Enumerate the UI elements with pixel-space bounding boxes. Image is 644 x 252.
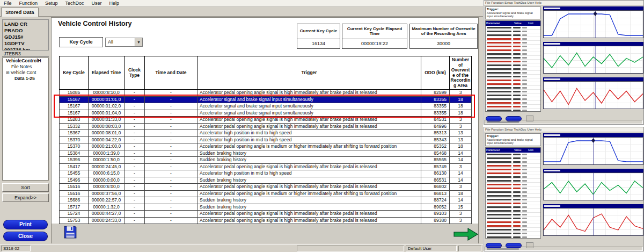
status-spacer <box>458 246 481 251</box>
parameter-row[interactable] <box>486 205 540 209</box>
next-page-button[interactable] <box>453 227 479 241</box>
table-row[interactable]: 1575300000:24:33,0--Accelerator pedal op… <box>60 217 472 224</box>
tree-item[interactable]: ⊞Vehicle Cont <box>3 70 48 76</box>
history-table: Key CycleElapsed TimeClock TypeTime and … <box>59 56 472 224</box>
parameter-row[interactable] <box>486 235 540 239</box>
parameter-table: Parameter Value Unit <box>485 20 541 112</box>
table-row[interactable]: 1568600000:22:57,0--Sudden braking histo… <box>60 197 472 204</box>
table-row[interactable]: 1545500000:6:15,0--Accelerator high posi… <box>60 170 472 177</box>
parameter-row[interactable] <box>486 153 540 156</box>
parameter-row[interactable] <box>486 175 540 179</box>
parameter-row[interactable] <box>486 26 540 30</box>
table-row[interactable]: 1533200000:08:03,0--Accelerator pedal op… <box>60 123 472 130</box>
table-row[interactable]: 1528300000:01:33,0--Accelerator pedal op… <box>60 117 472 124</box>
menu-item-file[interactable]: File <box>0 0 16 6</box>
parameter-row[interactable] <box>486 213 540 217</box>
parameter-row[interactable] <box>486 171 540 175</box>
tab-row: Stored Data <box>0 7 483 17</box>
parameter-row[interactable] <box>486 183 540 186</box>
tree-item[interactable]: VehicleControlH <box>3 58 48 64</box>
parameter-rows <box>486 26 540 112</box>
table-row[interactable]: 1516700000:01:01,0--Accelerator signal a… <box>60 96 472 103</box>
expand-button[interactable]: Expand>> <box>2 193 49 202</box>
table-row[interactable]: 1536700000:08:01,0--Accelerator high pos… <box>60 130 472 137</box>
parameter-row[interactable] <box>486 71 540 75</box>
engine-code: 1GDFTV <box>4 40 47 47</box>
parameter-row[interactable] <box>486 224 540 228</box>
trigger-info: Trigger: Accelerator signal and brake si… <box>485 133 541 146</box>
parameter-row[interactable] <box>486 194 540 198</box>
parameter-row[interactable] <box>486 45 540 48</box>
tree-item[interactable]: Data 1-25 <box>3 76 48 82</box>
menu-item-function[interactable]: Function <box>16 0 42 6</box>
column-header: Clock Type <box>125 56 145 90</box>
parameter-row[interactable] <box>486 41 540 45</box>
table-row[interactable]: 1551600000:37:56,0--Accelerator pedal op… <box>60 190 472 197</box>
parameter-row[interactable] <box>486 86 540 90</box>
parameter-row[interactable] <box>486 33 540 37</box>
table-row[interactable]: 1549600000:0:00,0--Sudden braking histor… <box>60 177 472 184</box>
param-col-label: Unit <box>528 21 539 26</box>
table-row[interactable]: 1516700000:01:02,0--Accelerator signal a… <box>60 103 472 110</box>
parameter-row[interactable] <box>486 52 540 56</box>
menu-item-setup[interactable]: Setup <box>41 0 62 6</box>
parameter-row[interactable] <box>486 190 540 194</box>
parameter-row[interactable] <box>486 56 540 60</box>
parameter-row[interactable] <box>486 220 540 224</box>
parameter-row[interactable] <box>486 75 540 78</box>
table-row[interactable]: 1537000000:21:00,0--Accelerator pedal op… <box>60 143 472 150</box>
print-button[interactable]: Print <box>3 220 48 229</box>
parameter-row[interactable] <box>486 164 540 168</box>
parameter-row[interactable] <box>486 101 540 105</box>
parameter-rows <box>486 153 540 239</box>
parameter-row[interactable] <box>486 60 540 63</box>
parameter-row[interactable] <box>486 232 540 235</box>
status-code: S319-02 <box>1 246 31 251</box>
parameter-row[interactable] <box>486 179 540 183</box>
parameter-row[interactable] <box>486 198 540 201</box>
table-row[interactable]: 1516700000:01:04,0--Accelerator signal a… <box>60 110 472 117</box>
expand-icon[interactable]: ⊞ <box>6 70 10 76</box>
table-row[interactable]: 1539600000:1:50,0--Sudden braking histor… <box>60 157 472 164</box>
table-row[interactable]: 1508500000:8:10,0--Accelerator pedal ope… <box>60 90 472 97</box>
param-col-label: Parameter <box>486 21 514 26</box>
parameter-row[interactable] <box>486 97 540 101</box>
parameter-row[interactable] <box>486 156 540 160</box>
parameter-row[interactable] <box>486 90 540 93</box>
parameter-row[interactable] <box>486 82 540 86</box>
tab-stored-data[interactable]: Stored Data <box>1 8 39 17</box>
key-cycle-dropdown[interactable]: All ▼ <box>105 38 143 47</box>
table-row[interactable]: 1572400000:44:27,0--Accelerator pedal op… <box>60 211 472 218</box>
parameter-row[interactable] <box>486 201 540 205</box>
menu-item-techdoc[interactable]: TechDoc <box>62 0 88 6</box>
sort-button[interactable]: Sort <box>2 183 49 192</box>
parameter-row[interactable] <box>486 48 540 52</box>
app-window: FileFunctionSetupTechDocUserHelp Stored … <box>0 0 483 252</box>
parameter-row[interactable] <box>486 168 540 171</box>
parameter-row[interactable] <box>486 160 540 164</box>
parameter-row[interactable] <box>486 30 540 33</box>
parameter-row[interactable] <box>486 78 540 82</box>
table-row[interactable]: 1541700000:24:45,0--Accelerator pedal op… <box>60 163 472 170</box>
parameter-row[interactable] <box>486 93 540 97</box>
parameter-row[interactable] <box>486 209 540 213</box>
parameter-row[interactable] <box>486 37 540 41</box>
parameter-row[interactable] <box>486 63 540 67</box>
table-row[interactable]: 1551600000:6:00,0--Accelerator pedal ope… <box>60 184 472 191</box>
chevron-down-icon[interactable]: ▼ <box>135 38 142 46</box>
parameter-row[interactable] <box>486 228 540 232</box>
menu-item-help[interactable]: Help <box>106 0 123 6</box>
table-row[interactable]: 1538400000:1:39,0--Sudden braking histor… <box>60 150 472 157</box>
parameter-row[interactable] <box>486 109 540 112</box>
table-row[interactable]: 1571700000:1:32,0--Sudden braking histor… <box>60 204 472 211</box>
menu-item-user[interactable]: User <box>88 0 106 6</box>
parameter-row[interactable] <box>486 186 540 190</box>
parameter-row[interactable] <box>486 67 540 71</box>
parameter-row[interactable] <box>486 105 540 109</box>
close-button[interactable]: Close <box>3 232 48 241</box>
trigger-info: Trigger: Accelerator signal and brake si… <box>485 6 541 19</box>
tree-item[interactable]: File Notes <box>3 64 48 70</box>
parameter-row[interactable] <box>486 217 540 220</box>
table-row[interactable]: 1537000000:04:22,0--Accelerator high pos… <box>60 136 472 143</box>
save-button[interactable] <box>63 225 77 239</box>
